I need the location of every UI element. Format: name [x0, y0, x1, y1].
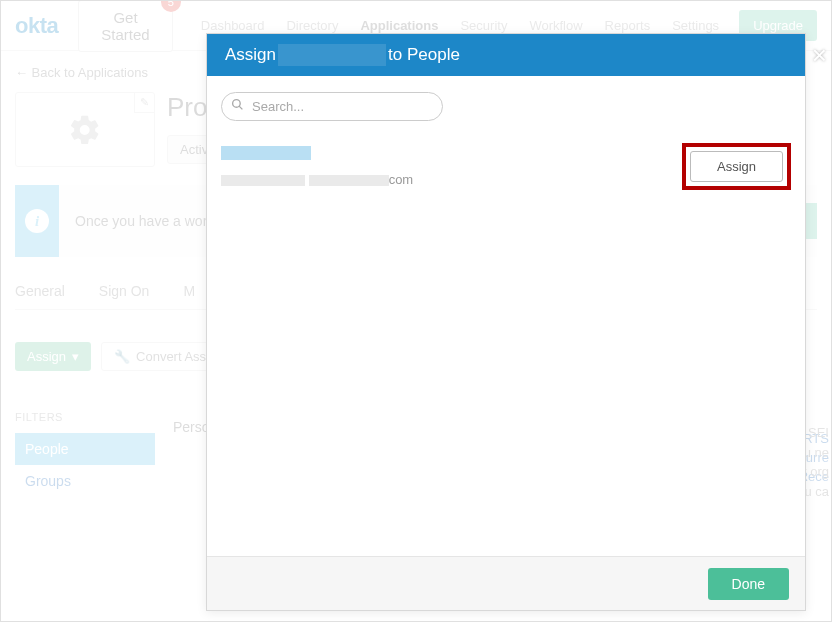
modal-header: Assign to People: [207, 34, 805, 76]
email-redacted-2: [309, 175, 389, 186]
svg-point-0: [233, 100, 241, 108]
person-info: com: [221, 146, 682, 188]
assign-person-button[interactable]: Assign: [690, 151, 783, 182]
modal-body-spacer: [207, 200, 805, 556]
assign-people-modal: × Assign to People com Assign Done: [206, 33, 806, 611]
email-suffix: com: [389, 172, 414, 187]
done-button[interactable]: Done: [708, 568, 789, 600]
search-icon: [231, 98, 244, 114]
person-row: com Assign: [207, 133, 805, 200]
svg-line-1: [239, 106, 242, 109]
person-name-redacted: [221, 146, 311, 160]
modal-title-redacted: [278, 44, 386, 66]
search-wrap: [221, 92, 443, 121]
email-redacted-1: [221, 175, 305, 186]
modal-search-row: [207, 76, 805, 133]
modal-title-prefix: Assign: [225, 45, 276, 65]
person-email: com: [221, 172, 413, 187]
assign-highlight: Assign: [682, 143, 791, 190]
search-input[interactable]: [221, 92, 443, 121]
close-icon[interactable]: ×: [812, 40, 827, 71]
modal-footer: Done: [207, 556, 805, 610]
modal-title-suffix: to People: [388, 45, 460, 65]
